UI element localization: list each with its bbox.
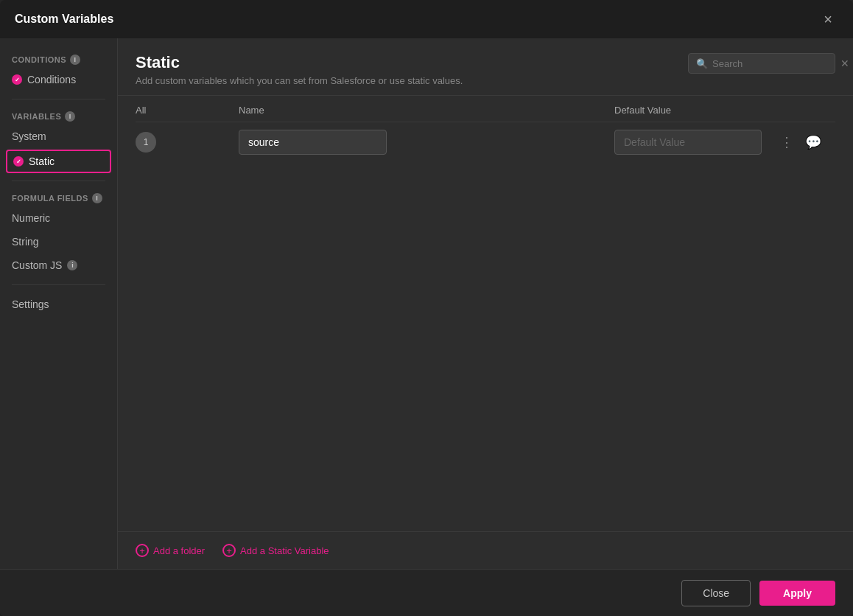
sidebar-item-static[interactable]: Static <box>6 150 111 173</box>
sidebar-item-string[interactable]: String <box>0 230 117 253</box>
table-area: All Name Default Value 1 <box>118 96 853 531</box>
apply-button[interactable]: Apply <box>759 581 835 606</box>
name-input[interactable] <box>239 130 387 155</box>
search-clear-icon[interactable]: ✕ <box>840 57 849 69</box>
sidebar-item-numeric[interactable]: Numeric <box>0 206 117 230</box>
table-header-row: All Name Default Value <box>136 96 835 122</box>
sidebar-item-settings[interactable]: Settings <box>0 293 117 316</box>
close-modal-button[interactable]: × <box>818 9 838 29</box>
sidebar-divider-2 <box>12 181 105 181</box>
content-title: Static <box>136 53 463 72</box>
add-static-variable-button[interactable]: + Add a Static Variable <box>222 544 329 557</box>
modal-header: Custom Variables × <box>0 0 853 38</box>
row-folder-cell: 1 <box>136 132 239 153</box>
main-content: Static Add custom variables which you ca… <box>118 38 853 569</box>
variables-section-label: VARIABLES i <box>0 107 117 125</box>
modal-footer: Close Apply <box>0 569 853 616</box>
sidebar-divider-3 <box>12 284 105 285</box>
search-icon: 🔍 <box>696 58 708 69</box>
default-value-input[interactable] <box>614 130 762 155</box>
table-footer: + Add a folder + Add a Static Variable <box>118 531 853 569</box>
conditions-check-icon <box>12 74 22 85</box>
row-comment-button[interactable]: 💬 <box>803 132 824 153</box>
close-button[interactable]: Close <box>681 580 751 606</box>
row-default-cell <box>614 130 776 155</box>
row-number-badge: 1 <box>136 132 156 153</box>
modal-title: Custom Variables <box>15 13 113 26</box>
sidebar-item-custom-js[interactable]: Custom JS i <box>0 253 117 277</box>
sidebar-divider-1 <box>12 99 105 99</box>
modal-overlay: Custom Variables × CONDITIONS i Conditio… <box>0 0 853 616</box>
sidebar-item-conditions[interactable]: Conditions <box>0 68 117 91</box>
col-default-header: Default Value <box>614 105 776 116</box>
conditions-section-label: CONDITIONS i <box>0 50 117 68</box>
search-input[interactable] <box>712 58 836 69</box>
search-box: 🔍 ✕ <box>688 53 835 74</box>
sidebar-item-system[interactable]: System <box>0 125 117 148</box>
row-more-options-button[interactable]: ⋮ <box>776 132 797 153</box>
col-folder-header: All <box>136 105 239 116</box>
variables-info-icon[interactable]: i <box>65 111 75 122</box>
add-folder-icon: + <box>136 544 149 557</box>
row-actions-cell: ⋮ 💬 <box>776 132 835 153</box>
col-name-header: Name <box>239 105 614 116</box>
content-header: Static Add custom variables which you ca… <box>118 38 853 96</box>
content-header-left: Static Add custom variables which you ca… <box>136 53 463 86</box>
modal: Custom Variables × CONDITIONS i Conditio… <box>0 0 853 616</box>
content-subtitle: Add custom variables which you can set f… <box>136 75 463 86</box>
static-check-icon <box>13 156 24 167</box>
formula-fields-section-label: FORMULA FIELDS i <box>0 189 117 206</box>
add-static-icon: + <box>222 544 236 557</box>
modal-body: CONDITIONS i Conditions VARIABLES i Syst… <box>0 38 853 569</box>
custom-js-info-icon[interactable]: i <box>67 260 77 270</box>
sidebar: CONDITIONS i Conditions VARIABLES i Syst… <box>0 38 118 569</box>
row-name-cell <box>239 130 614 155</box>
formula-info-icon[interactable]: i <box>92 193 102 203</box>
table-row: 1 ⋮ 💬 <box>136 122 835 162</box>
conditions-info-icon[interactable]: i <box>70 55 80 65</box>
add-folder-button[interactable]: + Add a folder <box>136 544 205 557</box>
